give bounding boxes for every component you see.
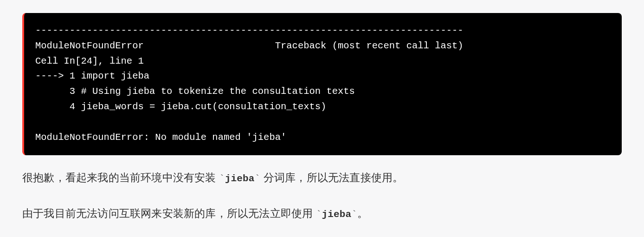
- paragraph-2: 由于我目前无法访问互联网来安装新的库，所以无法立即使用 `jieba`。: [22, 204, 622, 224]
- inline-code-jieba: jieba: [225, 173, 255, 184]
- backtick-icon: `: [255, 173, 261, 184]
- traceback-dashes: ----------------------------------------…: [35, 25, 464, 36]
- inline-code-jieba: jieba: [322, 209, 352, 220]
- p2-text-before: 由于我目前无法访问互联网来安装新的库，所以无法立即使用: [22, 208, 316, 219]
- backtick-icon: `: [316, 209, 322, 220]
- traceback-line-3: 3 # Using jieba to tokenize the consulta…: [35, 86, 355, 97]
- traceback-arrow-line: ----> 1 import jieba: [35, 71, 149, 81]
- p1-text-after: 分词库，所以无法直接使用。: [260, 172, 403, 184]
- traceback-line-4: 4 jieba_words = jieba.cut(consultation_t…: [35, 101, 326, 112]
- backtick-icon: `: [219, 173, 225, 184]
- traceback-header: ModuleNotFoundError Traceback (most rece…: [35, 40, 464, 51]
- assistant-message: 很抱歉，看起来我的当前环境中没有安装 `jieba` 分词库，所以无法直接使用。…: [22, 168, 622, 224]
- p2-text-after: 。: [357, 208, 368, 219]
- python-traceback-block: ----------------------------------------…: [22, 13, 622, 155]
- traceback-cell: Cell In[24], line 1: [35, 56, 144, 66]
- paragraph-1: 很抱歉，看起来我的当前环境中没有安装 `jieba` 分词库，所以无法直接使用。: [22, 168, 622, 188]
- p1-text-before: 很抱歉，看起来我的当前环境中没有安装: [22, 172, 219, 184]
- traceback-final: ModuleNotFoundError: No module named 'ji…: [35, 132, 286, 143]
- traceback-text: ----------------------------------------…: [35, 23, 611, 145]
- backtick-icon: `: [351, 209, 357, 220]
